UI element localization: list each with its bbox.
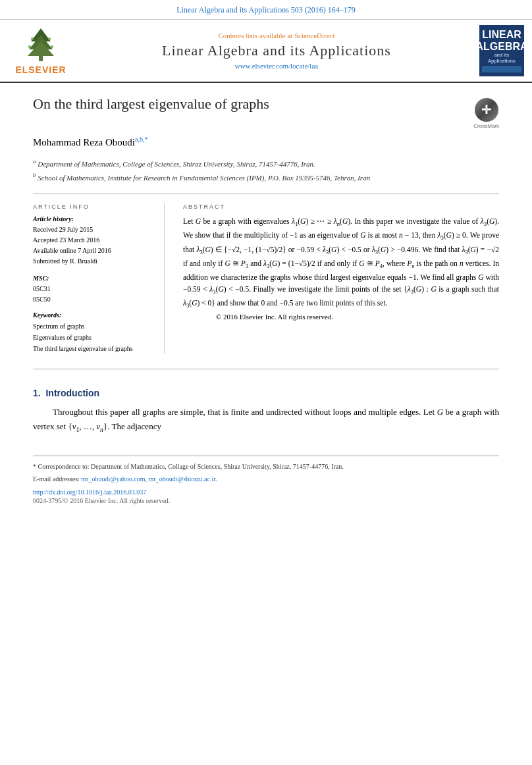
divider-1 bbox=[33, 194, 499, 194]
crossmark-label: CrossMark bbox=[473, 123, 499, 129]
badge-title-line2: ALGEBRA bbox=[475, 41, 527, 53]
affiliations: a Department of Mathematics, College of … bbox=[33, 157, 499, 183]
paper-title-row: On the third largest eigenvalue of graph… bbox=[33, 95, 499, 129]
author-superscript: a,b,* bbox=[135, 136, 147, 143]
keywords-block: Keywords: Spectrum of graphs Eigenvalues… bbox=[33, 311, 152, 354]
abstract-text: Let G be a graph with eigenvalues λ1(G) … bbox=[183, 215, 499, 323]
elsevier-logo: ELSEVIER bbox=[8, 25, 74, 76]
svg-point-6 bbox=[28, 45, 31, 48]
abstract-heading: ABSTRACT bbox=[183, 203, 499, 210]
history-label: Article history: bbox=[33, 215, 152, 223]
intro-heading: Introduction bbox=[45, 388, 99, 398]
aff-text-b: School of Mathematics, Institute for Res… bbox=[38, 174, 370, 182]
elsevier-brand-text: ELSEVIER bbox=[15, 65, 66, 75]
main-content: On the third largest eigenvalue of graph… bbox=[0, 83, 532, 517]
issn-text: 0024-3795/© 2016 Elsevier Inc. All right… bbox=[33, 497, 170, 504]
intro-number: 1. bbox=[33, 388, 41, 398]
doi-line[interactable]: http://dx.doi.org/10.1016/j.laa.2016.03.… bbox=[33, 488, 499, 496]
footnote-email: E-mail addresses: mr_oboudi@yahoo.com, m… bbox=[33, 474, 499, 485]
affiliation-a: a Department of Mathematics, College of … bbox=[33, 157, 499, 169]
msc-item-2: 05C50 bbox=[33, 294, 152, 305]
crossmark-icon: ✛ bbox=[475, 98, 498, 122]
svg-point-7 bbox=[51, 45, 53, 48]
keyword-3: The third largest eigenvalue of graphs bbox=[33, 343, 152, 354]
sciencedirect-name: ScienceDirect bbox=[294, 32, 335, 40]
then-word: then bbox=[423, 231, 436, 239]
article-info-heading: ARTICLE INFO bbox=[33, 203, 152, 210]
sciencedirect-link: Contents lists available at ScienceDirec… bbox=[218, 32, 334, 40]
aff-text-a: Department of Mathematics, College of Sc… bbox=[38, 160, 315, 168]
abstract-col: ABSTRACT Let G be a graph with eigenvalu… bbox=[183, 203, 499, 323]
keyword-1: Spectrum of graphs bbox=[33, 321, 152, 332]
history-accepted: Accepted 23 March 2016 bbox=[33, 235, 152, 246]
history-online: Available online 7 April 2016 bbox=[33, 246, 152, 256]
footnote-correspondence: * Correspondence to: Department of Mathe… bbox=[33, 462, 499, 472]
journal-url: www.elsevier.com/locate/laa bbox=[235, 62, 318, 70]
journal-badge: LINEAR ALGEBRA and itsApplications bbox=[479, 25, 524, 76]
msc-item-1: 05C31 bbox=[33, 284, 152, 294]
intro-title: 1. Introduction bbox=[33, 388, 499, 398]
footnote-correspondence-text: * Correspondence to: Department of Mathe… bbox=[33, 463, 344, 470]
email-period: . bbox=[215, 475, 217, 483]
that-word: that bbox=[183, 246, 194, 253]
paper-title: On the third largest eigenvalue of graph… bbox=[33, 95, 460, 114]
svg-point-5 bbox=[48, 38, 51, 40]
sciencedirect-prefix: Contents lists available at bbox=[218, 32, 294, 40]
article-info-col: ARTICLE INFO Article history: Received 2… bbox=[33, 203, 165, 354]
citation-text: Linear Algebra and its Applications 503 … bbox=[176, 5, 356, 14]
journal-info-center: Contents lists available at ScienceDirec… bbox=[82, 25, 471, 76]
keywords-label: Keywords: bbox=[33, 311, 152, 319]
history-submitted: Submitted by R. Brualdi bbox=[33, 256, 152, 267]
keyword-2: Eigenvalues of graphs bbox=[33, 332, 152, 343]
badge-sub-text: and itsApplications bbox=[488, 52, 516, 64]
author-line: Mohammad Reza Oboudia,b,* bbox=[33, 136, 499, 148]
aff-marker-a: a bbox=[33, 158, 36, 165]
email-link-1[interactable]: mr_oboudi@yahoo.com bbox=[81, 475, 145, 483]
msc-label: MSC: bbox=[33, 275, 152, 282]
doi-link[interactable]: http://dx.doi.org/10.1016/j.laa.2016.03.… bbox=[33, 488, 146, 496]
intro-paragraph: Throughout this paper all graphs are sim… bbox=[33, 405, 499, 435]
keywords-list: Spectrum of graphs Eigenvalues of graphs… bbox=[33, 321, 152, 354]
crossmark-badge[interactable]: ✛ CrossMark bbox=[473, 98, 499, 129]
citation-bar: Linear Algebra and its Applications 503 … bbox=[0, 0, 532, 20]
email-link-2[interactable]: mr_oboudi@shirazu.ac.ir bbox=[149, 475, 215, 483]
author-name: Mohammad Reza Oboudi bbox=[33, 137, 135, 147]
badge-bottom bbox=[482, 66, 521, 72]
badge-title-line1: LINEAR bbox=[482, 29, 521, 41]
elsevier-tree-icon bbox=[18, 27, 64, 63]
that-word-intro: that bbox=[207, 407, 221, 417]
divider-2 bbox=[33, 369, 499, 369]
aff-marker-b: b bbox=[33, 172, 36, 178]
email-label: E-mail addresses: bbox=[33, 475, 80, 483]
issn-line: 0024-3795/© 2016 Elsevier Inc. All right… bbox=[33, 497, 499, 504]
msc-block: MSC: 05C31 05C50 bbox=[33, 275, 152, 305]
journal-header: ELSEVIER Contents lists available at Sci… bbox=[0, 20, 532, 83]
two-col-layout: ARTICLE INFO Article history: Received 2… bbox=[33, 203, 499, 354]
svg-point-4 bbox=[31, 38, 34, 40]
intro-section: 1. Introduction Throughout this paper al… bbox=[33, 388, 499, 435]
affiliation-b: b School of Mathematics, Institute for R… bbox=[33, 171, 499, 183]
article-history-block: Article history: Received 29 July 2015 A… bbox=[33, 215, 152, 267]
copyright-notice: © 2016 Elsevier Inc. All rights reserved… bbox=[216, 313, 333, 321]
history-received: Received 29 July 2015 bbox=[33, 224, 152, 235]
footnote-area: * Correspondence to: Department of Mathe… bbox=[33, 456, 499, 504]
journal-title: Linear Algebra and its Applications bbox=[162, 42, 391, 59]
